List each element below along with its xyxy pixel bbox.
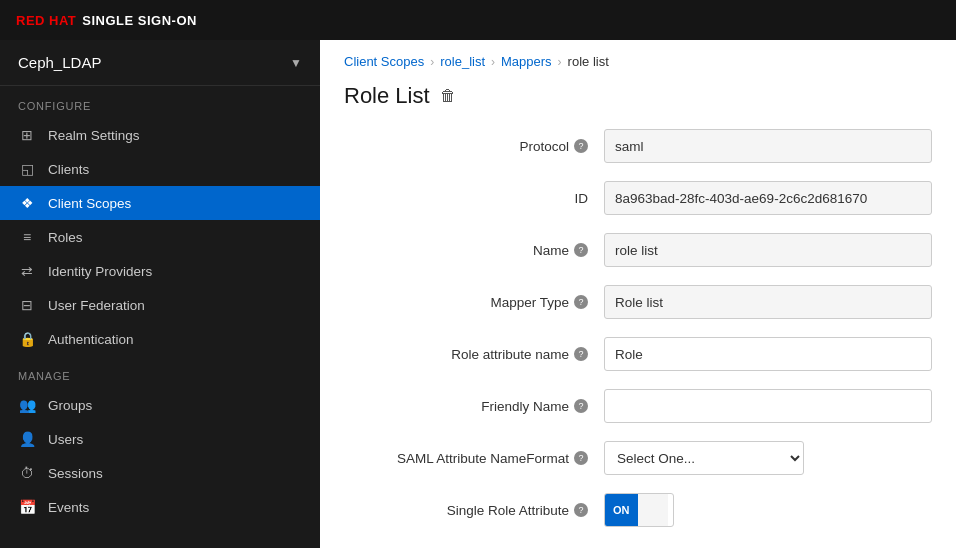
brand-sso: SINGLE SIGN-ON (82, 13, 197, 28)
single-role-attribute-label: Single Role Attribute ? (344, 503, 604, 518)
sidebar-item-identity-providers[interactable]: ⇄ Identity Providers (0, 254, 320, 288)
sidebar: Ceph_LDAP ▼ Configure ⊞ Realm Settings ◱… (0, 40, 320, 548)
sidebar-item-label: Roles (48, 230, 83, 245)
sidebar-item-label: Groups (48, 398, 92, 413)
realm-name: Ceph_LDAP (18, 54, 101, 71)
form-row-single-role-attribute: Single Role Attribute ? ON (344, 493, 932, 527)
saml-nameformat-label: SAML Attribute NameFormat ? (344, 451, 604, 466)
main-content: Client Scopes › role_list › Mappers › ro… (320, 40, 956, 548)
brand-logo: RED HAT SINGLE SIGN-ON (16, 13, 197, 28)
sidebar-item-user-federation[interactable]: ⊟ User Federation (0, 288, 320, 322)
sidebar-item-label: Events (48, 500, 89, 515)
form-row-saml-nameformat: SAML Attribute NameFormat ? Select One..… (344, 441, 932, 475)
realm-selector[interactable]: Ceph_LDAP ▼ (0, 40, 320, 86)
sidebar-item-authentication[interactable]: 🔒 Authentication (0, 322, 320, 356)
single-role-attribute-help-icon[interactable]: ? (574, 503, 588, 517)
authentication-icon: 🔒 (18, 331, 36, 347)
user-federation-icon: ⊟ (18, 297, 36, 313)
sidebar-item-label: Clients (48, 162, 89, 177)
page-title: Role List (344, 83, 430, 109)
breadcrumb: Client Scopes › role_list › Mappers › ro… (320, 40, 956, 69)
name-help-icon[interactable]: ? (574, 243, 588, 257)
client-scopes-icon: ❖ (18, 195, 36, 211)
roles-icon: ≡ (18, 229, 36, 245)
role-attribute-name-help-icon[interactable]: ? (574, 347, 588, 361)
sidebar-item-client-scopes[interactable]: ❖ Client Scopes (0, 186, 320, 220)
configure-section-label: Configure (0, 86, 320, 118)
topbar: RED HAT SINGLE SIGN-ON (0, 0, 956, 40)
sidebar-item-label: Client Scopes (48, 196, 131, 211)
id-label: ID (344, 191, 604, 206)
form-row-id: ID (344, 181, 932, 215)
page-title-row: Role List 🗑 (320, 69, 956, 129)
mapper-form: Protocol ? ID Name ? (320, 129, 956, 548)
brand-red: RED HAT (16, 13, 76, 28)
role-attribute-name-label: Role attribute name ? (344, 347, 604, 362)
sidebar-item-label: Identity Providers (48, 264, 152, 279)
breadcrumb-sep-1: › (430, 55, 434, 69)
friendly-name-help-icon[interactable]: ? (574, 399, 588, 413)
delete-icon[interactable]: 🗑 (440, 87, 456, 105)
events-icon: 📅 (18, 499, 36, 515)
sidebar-item-label: Authentication (48, 332, 134, 347)
form-row-name: Name ? (344, 233, 932, 267)
friendly-name-label: Friendly Name ? (344, 399, 604, 414)
sidebar-item-users[interactable]: 👤 Users (0, 422, 320, 456)
sidebar-item-groups[interactable]: 👥 Groups (0, 388, 320, 422)
saml-nameformat-select[interactable]: Select One... Basic URI Reference Unspec… (604, 441, 804, 475)
form-row-protocol: Protocol ? (344, 129, 932, 163)
sidebar-item-realm-settings[interactable]: ⊞ Realm Settings (0, 118, 320, 152)
mapper-type-input (604, 285, 932, 319)
saml-nameformat-help-icon[interactable]: ? (574, 451, 588, 465)
id-input (604, 181, 932, 215)
toggle-on-label[interactable]: ON (605, 494, 638, 526)
role-attribute-name-input[interactable] (604, 337, 932, 371)
breadcrumb-role-list[interactable]: role_list (440, 54, 485, 69)
breadcrumb-current: role list (568, 54, 609, 69)
breadcrumb-client-scopes[interactable]: Client Scopes (344, 54, 424, 69)
sidebar-item-sessions[interactable]: ⏱ Sessions (0, 456, 320, 490)
sidebar-item-events[interactable]: 📅 Events (0, 490, 320, 524)
breadcrumb-sep-3: › (558, 55, 562, 69)
mapper-type-label: Mapper Type ? (344, 295, 604, 310)
form-row-mapper-type: Mapper Type ? (344, 285, 932, 319)
sessions-icon: ⏱ (18, 465, 36, 481)
sidebar-item-clients[interactable]: ◱ Clients (0, 152, 320, 186)
sidebar-item-label: Realm Settings (48, 128, 140, 143)
sidebar-item-label: Users (48, 432, 83, 447)
sidebar-item-roles[interactable]: ≡ Roles (0, 220, 320, 254)
protocol-label: Protocol ? (344, 139, 604, 154)
protocol-input (604, 129, 932, 163)
breadcrumb-mappers[interactable]: Mappers (501, 54, 552, 69)
chevron-down-icon: ▼ (290, 56, 302, 70)
name-label: Name ? (344, 243, 604, 258)
mapper-type-help-icon[interactable]: ? (574, 295, 588, 309)
friendly-name-input[interactable] (604, 389, 932, 423)
groups-icon: 👥 (18, 397, 36, 413)
sidebar-item-label: User Federation (48, 298, 145, 313)
name-input (604, 233, 932, 267)
users-icon: 👤 (18, 431, 36, 447)
form-row-role-attribute-name: Role attribute name ? (344, 337, 932, 371)
manage-section-label: Manage (0, 356, 320, 388)
realm-settings-icon: ⊞ (18, 127, 36, 143)
breadcrumb-sep-2: › (491, 55, 495, 69)
protocol-help-icon[interactable]: ? (574, 139, 588, 153)
clients-icon: ◱ (18, 161, 36, 177)
identity-providers-icon: ⇄ (18, 263, 36, 279)
single-role-attribute-toggle[interactable]: ON (604, 493, 674, 527)
sidebar-item-label: Sessions (48, 466, 103, 481)
toggle-off-area[interactable] (638, 494, 668, 526)
form-row-friendly-name: Friendly Name ? (344, 389, 932, 423)
